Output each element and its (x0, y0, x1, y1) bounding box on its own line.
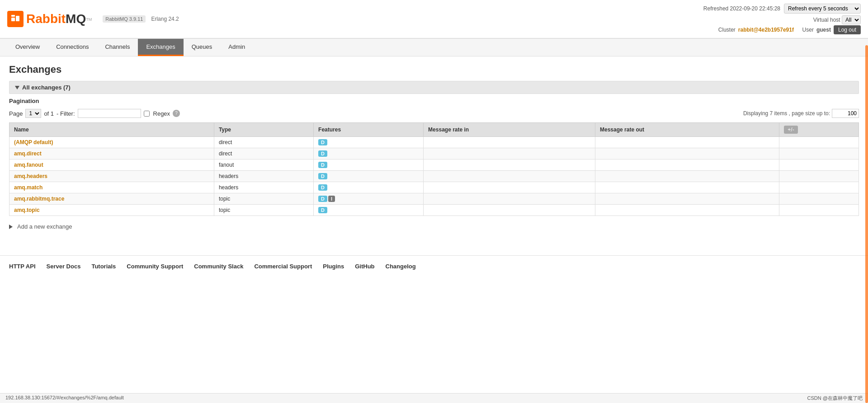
cell-msg-rate-in (424, 148, 595, 159)
exchange-name-link[interactable]: amq.direct (14, 150, 42, 157)
nav-bar: Overview Connections Channels Exchanges … (0, 39, 868, 56)
cell-type: fanout (214, 159, 313, 171)
col-msg-rate-out: Message rate out (595, 123, 779, 137)
nav-exchanges[interactable]: Exchanges (138, 39, 183, 56)
table-row: amq.matchheadersD (9, 182, 859, 193)
nav-connections[interactable]: Connections (48, 39, 97, 56)
add-exchange-label: Add a new exchange (17, 223, 72, 230)
cell-type: direct (214, 137, 313, 148)
cell-plus-minus (779, 205, 859, 216)
footer-link-plugins[interactable]: Plugins (323, 263, 344, 270)
cluster-user-row: Cluster rabbit@4e2b1957e91f User guest L… (703, 25, 861, 34)
add-exchange-toggle[interactable]: Add a new exchange (9, 223, 859, 230)
cell-type: headers (214, 182, 313, 193)
regex-label: Regex (153, 110, 170, 117)
cell-msg-rate-out (595, 205, 779, 216)
cell-plus-minus (779, 171, 859, 182)
exchange-name-link[interactable]: (AMQP default) (14, 139, 53, 145)
col-features: Features (314, 123, 424, 137)
cell-features: D (314, 159, 424, 171)
nav-channels[interactable]: Channels (97, 39, 138, 56)
header-right: Refreshed 2022-09-20 22:45:28 Refresh ev… (703, 4, 861, 34)
virtual-host-select[interactable]: All (842, 15, 861, 24)
section-label: All exchanges (7) (22, 84, 71, 91)
cell-features: D (314, 182, 424, 193)
displaying-label: Displaying 7 items , page size up to: (743, 110, 830, 117)
cell-features: D (314, 148, 424, 159)
table-row: (AMQP default)directD (9, 137, 859, 148)
erlang-version: Erlang 24.2 (151, 16, 179, 22)
regex-help-button[interactable]: ? (173, 110, 180, 117)
cell-msg-rate-in (424, 159, 595, 171)
page-size-input[interactable] (832, 109, 859, 118)
exchange-name-link[interactable]: amq.headers (14, 173, 47, 179)
cell-features: D (314, 171, 424, 182)
table-row: amq.fanoutfanoutD (9, 159, 859, 171)
logout-button[interactable]: Log out (834, 25, 861, 34)
exchange-name-link[interactable]: amq.fanout (14, 162, 43, 168)
header-refresh-row: Refreshed 2022-09-20 22:45:28 Refresh ev… (703, 4, 861, 14)
filter-input[interactable] (78, 109, 141, 118)
version-info: RabbitMQ 3.9.11 Erlang 24.2 (103, 15, 179, 23)
cell-name: amq.headers (9, 171, 214, 182)
feature-badge: D (318, 196, 327, 202)
refresh-interval-select[interactable]: Refresh every 5 seconds Refresh every 10… (784, 4, 861, 14)
cluster-value: rabbit@4e2b1957e91f (738, 27, 794, 33)
exchanges-table-body: (AMQP default)directDamq.directdirectDam… (9, 137, 859, 216)
cell-plus-minus (779, 193, 859, 205)
filter-label: - Filter: (57, 110, 75, 117)
cell-msg-rate-out (595, 159, 779, 171)
plus-minus-button[interactable]: +/- (784, 126, 797, 134)
footer-link-server-docs[interactable]: Server Docs (47, 263, 81, 270)
cell-type: topic (214, 193, 313, 205)
regex-checkbox[interactable] (144, 111, 150, 117)
nav-queues[interactable]: Queues (184, 39, 221, 56)
virtual-host-row: Virtual host All (703, 15, 861, 24)
logo-tm: TM (86, 17, 92, 22)
footer-link-http-api[interactable]: HTTP API (9, 263, 36, 270)
footer-link-community-slack[interactable]: Community Slack (194, 263, 243, 270)
cell-name: amq.direct (9, 148, 214, 159)
nav-admin[interactable]: Admin (220, 39, 253, 56)
footer-link-commercial-support[interactable]: Commercial Support (254, 263, 312, 270)
table-row: amq.rabbitmq.tracetopicDI (9, 193, 859, 205)
exchange-name-link[interactable]: amq.match (14, 184, 42, 191)
cell-name: amq.match (9, 182, 214, 193)
all-exchanges-section-header[interactable]: All exchanges (7) (9, 81, 859, 94)
feature-badge: D (318, 207, 327, 213)
col-msg-rate-in: Message rate in (424, 123, 595, 137)
user-value: guest (816, 27, 831, 33)
cell-msg-rate-in (424, 205, 595, 216)
footer-link-tutorials[interactable]: Tutorials (91, 263, 116, 270)
exchange-name-link[interactable]: amq.rabbitmq.trace (14, 196, 64, 202)
feature-badge: D (318, 139, 327, 145)
cell-plus-minus (779, 159, 859, 171)
cell-features: DI (314, 193, 424, 205)
footer-link-github[interactable]: GitHub (355, 263, 374, 270)
nav-overview[interactable]: Overview (7, 39, 48, 56)
page-label: Page (9, 110, 23, 117)
page-select[interactable]: 1 (25, 109, 41, 118)
feature-badge: D (318, 150, 327, 157)
cell-name: amq.fanout (9, 159, 214, 171)
add-exchange-section: Add a new exchange (9, 223, 859, 230)
table-row: amq.directdirectD (9, 148, 859, 159)
rabbitmq-version: RabbitMQ 3.9.11 (103, 15, 146, 23)
exchange-name-link[interactable]: amq.topic (14, 207, 40, 213)
user-label: User (802, 27, 814, 33)
logo: RabbitMQTM (7, 11, 92, 27)
virtual-host-label: Virtual host (813, 17, 840, 23)
footer-link-community-support[interactable]: Community Support (127, 263, 183, 270)
cell-plus-minus (779, 137, 859, 148)
svg-rect-1 (16, 16, 19, 21)
cell-msg-rate-out (595, 148, 779, 159)
section-collapse-icon (15, 86, 19, 89)
cell-type: direct (214, 148, 313, 159)
cell-features: D (314, 205, 424, 216)
logo-mq: MQ (66, 12, 86, 26)
feature-badge: D (318, 184, 327, 191)
page-title: Exchanges (9, 64, 859, 75)
feature-badge: D (318, 173, 327, 179)
pagination-bar: Page 1 of 1 - Filter: Regex ? Displaying… (9, 109, 859, 118)
footer-link-changelog[interactable]: Changelog (386, 263, 416, 270)
